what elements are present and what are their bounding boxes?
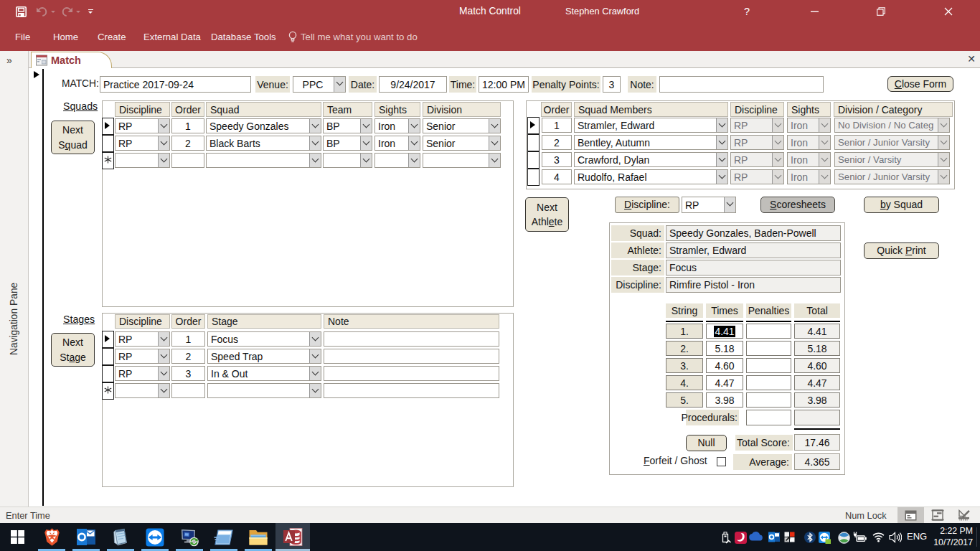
tell-me-box[interactable]: Tell me what you want to do: [301, 32, 418, 42]
members-row3-name[interactable]: Crawford, Dylan: [574, 152, 728, 167]
stages-newrow-order[interactable]: [171, 383, 205, 398]
squads-row2-squad[interactable]: Black Barts: [206, 136, 321, 151]
design-view-button[interactable]: [951, 507, 977, 523]
nav-pane-expand-icon[interactable]: »: [6, 55, 13, 66]
tab-home[interactable]: Home: [53, 32, 78, 42]
members-row1-selector[interactable]: [527, 117, 540, 134]
forfeit-checkbox[interactable]: [717, 457, 726, 466]
taskbar-notepad-icon[interactable]: [103, 523, 138, 551]
members-row2-selector[interactable]: [527, 134, 540, 151]
date-input[interactable]: 9/24/2017: [379, 76, 447, 93]
stages-row2-note[interactable]: [324, 349, 499, 364]
stages-newrow-stage[interactable]: [207, 383, 321, 398]
squads-row2-sights[interactable]: Iron: [374, 136, 420, 151]
squads-row1-team[interactable]: BP: [323, 118, 372, 133]
help-icon[interactable]: ?: [744, 6, 750, 17]
ss-athlete-value[interactable]: Stramler, Edward: [666, 242, 841, 258]
squads-newrow-order[interactable]: [171, 153, 204, 168]
members-row2-order[interactable]: 2: [542, 135, 572, 150]
squads-row2-order[interactable]: 2: [171, 136, 204, 151]
ss-squad-value[interactable]: Speedy Gonzales, Baden-Powell: [666, 225, 841, 241]
clock[interactable]: 2:22 PM 10/7/2017: [930, 525, 973, 548]
null-button[interactable]: Null: [686, 435, 727, 451]
tray-vpn-globe-icon[interactable]: [838, 532, 850, 544]
form-record-selector[interactable]: [32, 69, 44, 506]
language-indicator[interactable]: ENG: [907, 531, 927, 542]
tray-wifi-icon[interactable]: [872, 532, 885, 542]
venue-combo[interactable]: PPC: [293, 76, 346, 93]
discipline-combo[interactable]: RP: [682, 197, 736, 213]
taskbar-outlook-icon[interactable]: [69, 523, 103, 551]
tray-teamviewer-icon[interactable]: [819, 532, 831, 544]
taskbar-brave-icon[interactable]: [34, 523, 69, 551]
squads-row2-division[interactable]: Senior: [423, 136, 501, 151]
tab-create[interactable]: Create: [98, 32, 126, 42]
quick-print-button[interactable]: Quick Print: [864, 242, 939, 259]
taskbar-file-explorer-icon[interactable]: [241, 523, 275, 551]
score-row2-time[interactable]: 5.18: [706, 341, 743, 356]
score-row1-time[interactable]: 4.41: [706, 324, 743, 339]
squads-row2-team[interactable]: BP: [323, 136, 372, 151]
ss-stage-value[interactable]: Focus: [666, 260, 841, 276]
squads-row2-selector[interactable]: [102, 135, 114, 152]
minimize-button[interactable]: [798, 0, 831, 23]
stages-row3-selector[interactable]: [102, 365, 114, 382]
members-row3-order[interactable]: 3: [542, 152, 572, 167]
stages-newrow-discipline[interactable]: [115, 383, 170, 398]
tab-external-data[interactable]: External Data: [143, 32, 201, 42]
next-stage-button[interactable]: NextStage: [51, 333, 95, 367]
scoresheets-button[interactable]: Scoresheets: [760, 197, 835, 213]
members-row4-selector[interactable]: [527, 169, 540, 186]
next-athlete-button[interactable]: NextAthlete: [525, 197, 569, 232]
venue-dropdown-icon[interactable]: [334, 77, 345, 92]
taskbar-remote-desktop-icon[interactable]: [172, 523, 207, 551]
stages-row2-discipline[interactable]: RP: [115, 349, 170, 364]
members-row2-name[interactable]: Bentley, Autumn: [574, 135, 728, 150]
ss-discipline-value[interactable]: Rimfire Pistol - Iron: [666, 277, 841, 293]
squads-row1-squad[interactable]: Speedy Gonzales: [206, 118, 321, 133]
squads-newrow-selector[interactable]: [102, 152, 114, 169]
members-row4-order[interactable]: 4: [542, 169, 572, 184]
stages-row3-order[interactable]: 3: [171, 366, 205, 381]
tab-match[interactable]: Match: [31, 52, 112, 68]
tab-file[interactable]: File: [15, 32, 30, 42]
score-row5-penalty[interactable]: [746, 392, 791, 408]
score-row3-time[interactable]: 4.60: [706, 358, 743, 373]
tray-outlook-icon[interactable]: [768, 532, 780, 542]
score-row4-time[interactable]: 4.47: [706, 375, 743, 390]
stages-newrow-selector[interactable]: [102, 382, 114, 400]
stages-row1-note[interactable]: [324, 331, 499, 347]
squads-newrow-discipline[interactable]: [115, 153, 170, 168]
tab-close-icon[interactable]: ✕: [966, 53, 977, 65]
account-name[interactable]: Stephen Crawford: [565, 6, 639, 17]
score-row5-time[interactable]: 3.98: [706, 392, 743, 408]
time-input[interactable]: 12:00 PM: [479, 76, 529, 93]
squads-newrow-sights[interactable]: [374, 153, 420, 168]
tray-antivirus-icon[interactable]: [735, 532, 747, 544]
squads-newrow-team[interactable]: [323, 153, 372, 168]
squads-row1-sights[interactable]: Iron: [374, 118, 420, 133]
tray-onedrive-icon[interactable]: [748, 532, 763, 541]
tray-volume-icon[interactable]: [889, 532, 902, 543]
match-input[interactable]: Practice 2017-09-24: [100, 76, 251, 93]
penalty-points-input[interactable]: 3: [603, 76, 621, 93]
score-row4-penalty[interactable]: [746, 375, 791, 390]
tray-battery-icon[interactable]: [853, 532, 867, 542]
datasheet-view-button[interactable]: [924, 507, 951, 523]
note-input[interactable]: [659, 76, 824, 93]
taskbar-teamviewer-icon[interactable]: [138, 523, 172, 551]
stages-row3-stage[interactable]: In & Out: [207, 366, 321, 381]
score-row1-penalty[interactable]: [746, 324, 791, 339]
stages-row3-discipline[interactable]: RP: [115, 366, 170, 381]
form-view-button[interactable]: [897, 507, 924, 523]
restore-button[interactable]: [864, 0, 897, 23]
members-row1-name[interactable]: Stramler, Edward: [574, 118, 728, 133]
stages-newrow-note[interactable]: [324, 383, 499, 398]
by-squad-button[interactable]: by Squad: [864, 197, 939, 213]
squads-row1-discipline[interactable]: RP: [115, 118, 170, 133]
nav-pane-label[interactable]: Navigation Pane: [9, 283, 19, 355]
members-row4-name[interactable]: Rudolfo, Rafael: [574, 169, 728, 184]
stages-row1-discipline[interactable]: RP: [115, 331, 170, 347]
squads-row1-selector[interactable]: [102, 118, 114, 135]
squads-newrow-division[interactable]: [423, 153, 501, 168]
